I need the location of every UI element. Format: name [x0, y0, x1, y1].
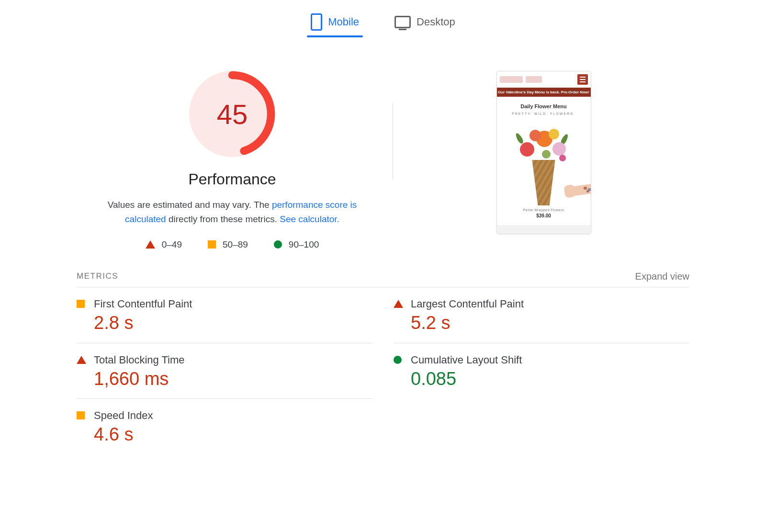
device-tabs: Mobile Desktop — [77, 0, 689, 37]
tab-mobile-label: Mobile — [328, 16, 359, 28]
triangle-icon — [394, 300, 403, 308]
product-price: $39.00 — [501, 213, 587, 218]
blurred-logo — [500, 76, 523, 83]
legend-good: 90–100 — [274, 239, 319, 250]
metric-label: First Contentful Paint — [94, 298, 372, 310]
expand-view-toggle[interactable]: Expand view — [635, 271, 689, 282]
page-screenshot-thumbnail: Our Valentine's Day Menu is back. Pre-Or… — [496, 71, 591, 234]
metric-tbt[interactable]: Total Blocking Time 1,660 ms — [77, 343, 372, 399]
triangle-icon — [77, 356, 86, 364]
circle-icon — [274, 240, 282, 249]
metric-value: 5.2 s — [411, 313, 689, 333]
tab-mobile[interactable]: Mobile — [304, 9, 366, 37]
promo-banner: Our Valentine's Day Menu is back. Pre-Or… — [497, 88, 591, 97]
thumb-subheading: PRETTY. WILD. FLOWERS. — [501, 112, 587, 115]
performance-summary: 45 Performance Values are estimated and … — [77, 71, 388, 250]
square-icon — [77, 411, 85, 419]
tab-desktop[interactable]: Desktop — [388, 9, 462, 37]
thumb-heading: Daily Flower Menu — [501, 103, 587, 109]
metric-label: Speed Index — [94, 409, 372, 422]
square-icon — [77, 300, 85, 308]
metrics-grid: First Contentful Paint 2.8 s Largest Con… — [77, 287, 689, 454]
legend-average: 50–89 — [208, 239, 248, 250]
metric-cls[interactable]: Cumulative Layout Shift 0.085 — [394, 343, 689, 399]
product-image — [508, 124, 580, 205]
desktop-icon — [394, 16, 411, 28]
metric-si[interactable]: Speed Index 4.6 s — [77, 399, 372, 454]
metrics-heading: METRICS — [77, 272, 118, 281]
metric-value: 2.8 s — [94, 313, 372, 333]
score-gauge: 45 — [189, 71, 275, 157]
square-icon — [208, 240, 216, 249]
mobile-icon — [311, 13, 322, 31]
vertical-divider — [393, 103, 393, 180]
metric-label: Largest Contentful Paint — [411, 298, 689, 310]
blurred-nav — [526, 76, 542, 83]
metric-value: 0.085 — [411, 369, 689, 389]
score-value: 45 — [189, 71, 275, 157]
link-see-calculator[interactable]: See calculator. — [280, 214, 339, 224]
metric-label: Cumulative Layout Shift — [411, 354, 689, 366]
tab-desktop-label: Desktop — [417, 16, 455, 28]
triangle-icon — [146, 240, 155, 249]
hamburger-icon — [577, 74, 588, 85]
metric-lcp[interactable]: Largest Contentful Paint 5.2 s — [394, 287, 689, 343]
circle-icon — [394, 356, 402, 364]
product-name: Petite Wrapped Flowers — [501, 208, 587, 212]
summary-description: Values are estimated and may vary. The p… — [86, 198, 378, 227]
metric-value: 1,660 ms — [94, 369, 372, 389]
score-legend: 0–49 50–89 90–100 — [77, 239, 388, 250]
thumb-footer — [497, 225, 591, 234]
metric-value: 4.6 s — [94, 425, 372, 445]
metric-label: Total Blocking Time — [94, 354, 372, 366]
metric-fcp[interactable]: First Contentful Paint 2.8 s — [77, 287, 372, 343]
legend-poor: 0–49 — [146, 239, 182, 250]
section-title: Performance — [77, 170, 388, 188]
